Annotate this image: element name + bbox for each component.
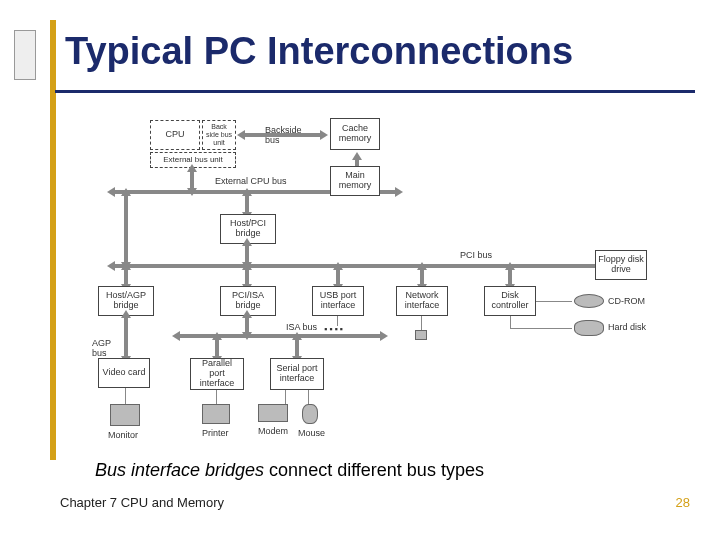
arrow-usb-up — [336, 270, 340, 284]
box-usb: USB port interface — [312, 286, 364, 316]
line-mouse — [308, 390, 309, 404]
page-title: Typical PC Interconnections — [65, 30, 573, 73]
usb-ports-icon: ▪▪▪▪ — [324, 324, 345, 334]
caption-emphasis: Bus interface bridges — [95, 460, 264, 480]
side-accent — [50, 20, 56, 460]
label-cdrom: CD-ROM — [608, 296, 645, 306]
interconnect-diagram: CPU Back side bus unit Backside bus Cach… — [90, 110, 650, 450]
line-net-down — [421, 316, 422, 330]
box-disk-controller: Disk controller — [484, 286, 536, 316]
bus-isa — [180, 334, 380, 338]
box-main-memory: Main memory — [330, 166, 380, 196]
box-parallel: Parallel port interface — [190, 358, 244, 390]
footer-chapter: Chapter 7 CPU and Memory — [60, 495, 224, 510]
label-modem: Modem — [258, 426, 288, 436]
line-hd-h — [510, 328, 572, 329]
device-mouse-icon — [302, 404, 318, 424]
arrow-serial-up — [295, 340, 299, 356]
device-printer-icon — [202, 404, 230, 424]
arrow-left-vert-1 — [124, 196, 128, 262]
line-cdrom — [536, 301, 572, 302]
label-harddisk: Hard disk — [608, 322, 646, 332]
label-ext-cpu-bus: External CPU bus — [215, 176, 287, 186]
arrow-parallel-up — [215, 340, 219, 356]
line-hd-v — [510, 316, 511, 328]
label-printer: Printer — [202, 428, 229, 438]
device-cdrom-icon — [574, 294, 604, 308]
box-backside-unit: Back side bus unit — [202, 120, 236, 150]
line-printer — [216, 390, 217, 404]
box-cpu: CPU — [150, 120, 200, 150]
device-network-jack — [415, 330, 427, 340]
arrow-hostagp-up — [124, 270, 128, 284]
device-monitor-icon — [110, 404, 140, 426]
slide-icon — [14, 30, 36, 80]
line-floppy — [536, 265, 594, 266]
box-serial: Serial port interface — [270, 358, 324, 390]
label-mouse: Mouse — [298, 428, 325, 438]
arrow-pciisa-up — [245, 270, 249, 284]
label-monitor: Monitor — [108, 430, 138, 440]
line-modem — [285, 390, 286, 404]
box-cache: Cache memory — [330, 118, 380, 150]
label-agp-bus: AGP bus — [92, 338, 120, 358]
title-underline — [55, 90, 695, 93]
box-floppy: Floppy disk drive — [595, 250, 647, 280]
arrow-cpu-down — [190, 172, 194, 188]
page-number: 28 — [676, 495, 690, 510]
device-modem-icon — [258, 404, 288, 422]
caption: Bus interface bridges connect different … — [95, 460, 484, 481]
arrow-hostpci-up — [245, 196, 249, 212]
caption-rest: connect different bus types — [264, 460, 484, 480]
arrow-net-up — [420, 270, 424, 284]
box-network: Network interface — [396, 286, 448, 316]
arrow-hostpci-down — [245, 246, 249, 262]
bus-agp — [124, 318, 128, 356]
arrow-backside — [245, 133, 320, 137]
box-video-card: Video card — [98, 358, 150, 388]
device-harddisk-icon — [574, 320, 604, 336]
label-pci-bus: PCI bus — [460, 250, 492, 260]
label-isa-bus: ISA bus — [286, 322, 317, 332]
line-monitor — [125, 388, 126, 404]
arrow-isa-vert — [245, 318, 249, 332]
arrow-disk-up — [508, 270, 512, 284]
